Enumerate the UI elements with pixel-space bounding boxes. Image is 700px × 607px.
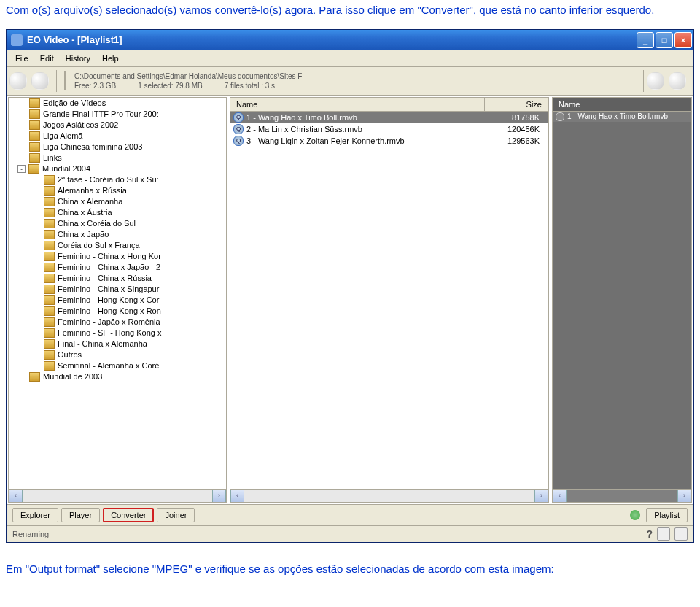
folder-item[interactable]: 2ª fase - Coréia do Sul x Su:	[9, 174, 226, 185]
selected-size: 1 selected: 79.8 MB	[138, 81, 202, 90]
folder-label: Jogos Asiáticos 2002	[43, 120, 223, 129]
folder-icon	[44, 230, 55, 239]
outro-text: Em "Output format" selecione "MPEG" e ve…	[0, 543, 700, 582]
help-icon[interactable]: ?	[646, 528, 653, 540]
folder-icon	[29, 131, 40, 141]
folder-item[interactable]: Jogos Asiáticos 2002	[9, 120, 226, 131]
playlist-prev-button[interactable]	[647, 72, 664, 90]
folder-label: Alemanha x Rússia	[58, 186, 223, 195]
media-file-icon: Q	[233, 124, 244, 134]
file-size: 120456K	[481, 125, 545, 134]
folder-item[interactable]: China x Coréia do Sul	[9, 218, 226, 229]
expand-toggle-icon[interactable]: -	[18, 165, 26, 173]
window-title: EO Video - [Playlist1]	[27, 34, 122, 45]
tab-converter[interactable]: Converter	[103, 508, 154, 522]
scroll-left-icon[interactable]: ‹	[553, 490, 567, 503]
file-list[interactable]: Q1 - Wang Hao x Timo Boll.rmvb81758KQ2 -…	[230, 112, 548, 489]
folder-item[interactable]: China x Alemanha	[9, 196, 226, 207]
file-item[interactable]: Q1 - Wang Hao x Timo Boll.rmvb81758K	[230, 112, 548, 123]
scroll-left-icon[interactable]: ‹	[230, 490, 244, 503]
file-columns: Name Size	[230, 98, 548, 112]
status-text: Renaming	[12, 530, 49, 538]
folder-icon	[44, 295, 55, 305]
nav-forward-button[interactable]	[31, 72, 49, 90]
tab-player[interactable]: Player	[61, 508, 100, 522]
scroll-right-icon[interactable]: ›	[212, 490, 226, 503]
file-size: 129563K	[481, 136, 545, 145]
folder-label: 2ª fase - Coréia do Sul x Su:	[58, 175, 223, 184]
playlist-indicator-icon[interactable]	[630, 510, 640, 520]
scroll-right-icon[interactable]: ›	[534, 490, 548, 503]
scroll-right-icon[interactable]: ›	[677, 490, 691, 503]
folder-icon	[29, 120, 40, 130]
folder-tree[interactable]: Edição de VídeosGrande Final ITTF Pro To…	[9, 98, 226, 489]
toolbar: C:\Documents and Settings\Edmar Holanda\…	[7, 67, 693, 96]
folder-item[interactable]: Feminino - Hong Kong x Cor	[9, 295, 226, 306]
status-icon-1[interactable]	[657, 527, 670, 541]
free-space: Free: 2.3 GB	[74, 81, 116, 90]
folder-item[interactable]: Feminino - China x Singapur	[9, 284, 226, 295]
col-size[interactable]: Size	[485, 98, 548, 111]
tab-joiner[interactable]: Joiner	[157, 508, 195, 522]
folder-label: Mundial 2004	[42, 164, 223, 173]
folder-item[interactable]: China x Japão	[9, 229, 226, 240]
folder-item[interactable]: Coréia do Sul x França	[9, 240, 226, 251]
nav-back-button[interactable]	[9, 72, 27, 90]
playlist[interactable]: 1 - Wang Hao x Timo Boll.rmvb	[553, 112, 691, 489]
folder-item[interactable]: Feminino - China x Japão - 2	[9, 262, 226, 273]
folder-label: Feminino - Japão x Romênia	[58, 317, 223, 326]
menubar: File Edit History Help	[7, 50, 693, 67]
folder-item[interactable]: Mundial de 2003	[9, 371, 226, 382]
folder-item[interactable]: Feminino - China x Hong Kor	[9, 251, 226, 262]
folder-item[interactable]: Alemanha x Rússia	[9, 185, 226, 196]
folder-item[interactable]: Liga Chinesa feminina 2003	[9, 142, 226, 152]
folder-item[interactable]: Feminino - China x Rússia	[9, 273, 226, 284]
current-path: C:\Documents and Settings\Edmar Holanda\…	[74, 71, 636, 81]
folder-icon	[44, 274, 55, 283]
col-name[interactable]: Name	[553, 98, 691, 111]
playlist-next-button[interactable]	[669, 72, 686, 90]
playlist-pane: Name 1 - Wang Hao x Timo Boll.rmvb ‹›	[552, 97, 692, 503]
playlist-item[interactable]: 1 - Wang Hao x Timo Boll.rmvb	[553, 112, 691, 122]
folder-item[interactable]: Feminino - Hong Kong x Ron	[9, 306, 226, 317]
maximize-button[interactable]: □	[656, 32, 673, 48]
statusbar: Renaming ?	[7, 525, 693, 542]
folder-item[interactable]: Edição de Vídeos	[9, 98, 226, 109]
folder-item[interactable]: Liga Alemã	[9, 131, 226, 142]
file-item[interactable]: Q2 - Ma Lin x Christian Süss.rmvb120456K	[230, 123, 548, 135]
folder-item[interactable]: Final - China x Alemanha	[9, 339, 226, 349]
status-icon-2[interactable]	[674, 527, 688, 541]
tree-scrollbar[interactable]: ‹›	[9, 489, 226, 502]
folder-label: China x Japão	[58, 230, 223, 239]
folder-item[interactable]: Feminino - SF - Hong Kong x	[9, 328, 226, 339]
folder-item[interactable]: China x Áustria	[9, 207, 226, 218]
folder-tree-pane: Edição de VídeosGrande Final ITTF Pro To…	[8, 97, 227, 503]
playlist-item-icon	[556, 112, 564, 121]
folder-label: Final - China x Alemanha	[58, 339, 223, 348]
col-name[interactable]: Name	[230, 98, 485, 111]
scroll-left-icon[interactable]: ‹	[9, 490, 23, 503]
folder-icon	[29, 109, 40, 119]
file-item[interactable]: Q3 - Wang Liqin x Zoltan Fejer-Konnerth.…	[230, 135, 548, 147]
folder-item[interactable]: Outros	[9, 349, 226, 360]
menu-edit[interactable]: Edit	[34, 53, 60, 64]
folder-item[interactable]: Feminino - Japão x Romênia	[9, 317, 226, 328]
folder-item[interactable]: Links	[9, 152, 226, 163]
playlist-scrollbar[interactable]: ‹›	[553, 489, 691, 502]
minimize-button[interactable]: _	[637, 32, 654, 48]
folder-item[interactable]: -Mundial 2004	[9, 163, 226, 174]
files-scrollbar[interactable]: ‹›	[230, 489, 548, 502]
menu-file[interactable]: File	[9, 53, 34, 64]
folder-item[interactable]: Semifinal - Alemanha x Coré	[9, 360, 226, 371]
tab-explorer[interactable]: Explorer	[12, 508, 58, 522]
divider	[643, 70, 644, 92]
folder-icon	[44, 328, 55, 338]
tab-playlist[interactable]: Playlist	[646, 508, 688, 522]
menu-history[interactable]: History	[60, 53, 96, 64]
close-button[interactable]: ×	[674, 32, 692, 48]
media-file-icon: Q	[233, 112, 244, 123]
menu-help[interactable]: Help	[96, 53, 125, 64]
folder-label: Feminino - Hong Kong x Cor	[58, 295, 223, 304]
file-list-pane: Name Size Q1 - Wang Hao x Timo Boll.rmvb…	[230, 97, 549, 503]
folder-item[interactable]: Grande Final ITTF Pro Tour 200:	[9, 109, 226, 120]
